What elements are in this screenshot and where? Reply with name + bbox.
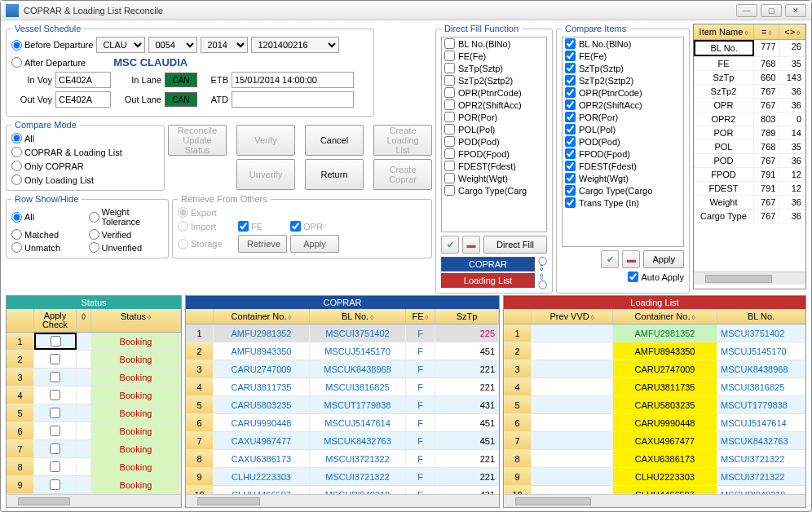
item-row[interactable]: SzTp660143 [694, 71, 805, 85]
loading-row[interactable]: 5CARU5803235MSCUT1779838 [504, 396, 805, 414]
direct-fill-item[interactable]: OPR2(ShiftAcc) [442, 99, 546, 111]
loading-row[interactable]: 6CARU9990448MSCUJ5147614 [504, 414, 805, 432]
compare-item[interactable]: OPR2(ShiftAcc) [563, 99, 683, 111]
apply-check-header[interactable]: Apply Check [34, 309, 77, 332]
loading-row[interactable]: 3CARU2747009MSCUK8438968 [504, 360, 805, 378]
compare-item[interactable]: OPR(PtnrCode) [563, 86, 683, 99]
direct-fill-item[interactable]: POR(Por) [442, 111, 546, 123]
retrieve-opr[interactable]: OPR [290, 221, 339, 232]
loading-down-icon[interactable]: ◯ [538, 280, 547, 288]
coprar-row[interactable]: 9CLHU2223303MSCUI3721322F221 [186, 468, 499, 486]
before-departure-radio[interactable]: Before Departure [11, 40, 93, 51]
rs-verified[interactable]: Verified [89, 229, 164, 240]
compare-item[interactable]: POR(Por) [563, 111, 683, 123]
status-row[interactable]: 9Booking [7, 476, 181, 494]
status-row[interactable]: 6Booking [7, 422, 181, 440]
ci-uncheck-all-icon[interactable]: ▬ [622, 250, 640, 268]
coprar-tab[interactable]: COPRAR [441, 257, 535, 271]
item-row[interactable]: Weight76736 [694, 196, 805, 210]
coprar-row[interactable]: 4CARU3811735MSCUI3816825F221 [186, 378, 499, 396]
long-select[interactable]: 1201400216 [251, 37, 339, 53]
compare-both-radio[interactable]: COPRAR & Loading List [11, 147, 159, 157]
etb-input[interactable] [232, 72, 354, 88]
compare-only-coprar-radio[interactable]: Only COPRAR [11, 161, 159, 171]
compare-item[interactable]: POL(Pol) [563, 123, 683, 135]
retrieve-apply-button[interactable]: Apply [290, 235, 339, 253]
compare-item[interactable]: FPOD(Fpod) [563, 148, 683, 160]
status-row[interactable]: 8Booking [7, 458, 181, 476]
rs-unverified[interactable]: Unverified [89, 242, 164, 253]
year-select[interactable]: 2014 [201, 37, 248, 53]
item-row[interactable]: FE76835 [694, 57, 805, 71]
coprar-down-icon[interactable]: ⇩ [538, 264, 547, 271]
status-row[interactable]: 4Booking [7, 386, 181, 404]
coprar-row[interactable]: 2AMFU8943350MSCUJ5145170F451 [186, 342, 499, 360]
item-row[interactable]: POR78914 [694, 126, 805, 140]
compare-item[interactable]: BL No.(BlNo) [563, 38, 683, 50]
loading-row[interactable]: 1AMFU2981352MSCUI3751402 [504, 324, 805, 342]
coprar-row[interactable]: 7CAXU4967477MSCUK8432763F451 [186, 432, 499, 450]
direct-fill-button[interactable]: Direct Fill [483, 236, 547, 254]
direct-fill-item[interactable]: Cargo Type(Carg [442, 184, 546, 196]
ci-check-all-icon[interactable]: ✔ [601, 250, 619, 268]
compare-item[interactable]: Cargo Type(Cargo [563, 184, 683, 196]
retrieve-fe[interactable]: FE [238, 221, 287, 232]
compare-item[interactable]: SzTp(Sztp) [563, 62, 683, 74]
coprar-row[interactable]: 10CLHU4466597MSCUPI040218F431 [186, 486, 499, 494]
rs-all[interactable]: All [11, 207, 86, 227]
item-name-grid[interactable]: Item Name◊ =◊ <>◊ BL No.77726FE76835SzTp… [693, 24, 806, 289]
verify-button[interactable]: Verify [236, 125, 295, 156]
status-row[interactable]: 2Booking [7, 351, 181, 369]
item-row[interactable]: POL76835 [694, 140, 805, 154]
loading-row[interactable]: 9CLHU2223303MSCUI3721322 [504, 468, 805, 486]
direct-fill-item[interactable]: SzTp(Sztp) [442, 62, 546, 74]
direct-fill-item[interactable]: SzTp2(Sztp2) [442, 74, 546, 86]
rs-matched[interactable]: Matched [11, 229, 86, 240]
item-row[interactable]: OPR28030 [694, 113, 805, 126]
direct-fill-item[interactable]: OPR(PtnrCode) [442, 86, 546, 99]
compare-item[interactable]: POD(Pod) [563, 135, 683, 148]
return-button[interactable]: Return [305, 159, 364, 190]
status-row[interactable]: 5Booking [7, 404, 181, 422]
loading-row[interactable]: 10CLHU4466597MSCUPI040218 [504, 486, 805, 494]
item-row[interactable]: Cargo Type76736 [694, 210, 805, 223]
minimize-button[interactable]: — [736, 4, 757, 17]
compare-item[interactable]: Trans Type (In) [563, 196, 683, 209]
direct-fill-item[interactable]: FE(Fe) [442, 50, 546, 62]
cancel-button[interactable]: Cancel [305, 125, 364, 156]
rs-unmatch[interactable]: Unmatch [11, 242, 86, 253]
compare-items-list[interactable]: BL No.(BlNo)FE(Fe)SzTp(Sztp)SzTp2(Sztp2)… [562, 37, 684, 247]
coprar-row[interactable]: 8CAXU6386173MSCUI3721322F221 [186, 450, 499, 468]
close-button[interactable]: ✕ [785, 4, 806, 17]
auto-apply-check[interactable]: Auto Apply [562, 271, 684, 282]
clau-select[interactable]: CLAU [96, 37, 145, 53]
compare-item[interactable]: FE(Fe) [563, 50, 683, 62]
loading-tab[interactable]: Loading List [441, 273, 535, 288]
retrieve-button[interactable]: Retrieve [238, 235, 287, 253]
item-row[interactable]: FDEST79112 [694, 182, 805, 196]
df-uncheck-all-icon[interactable]: ▬ [462, 236, 480, 254]
coprar-row[interactable]: 6CARU9990448MSCUJ5147614F451 [186, 414, 499, 432]
compare-item[interactable]: Weight(Wgt) [563, 172, 683, 184]
compare-item[interactable]: FDEST(Fdest) [563, 160, 683, 172]
direct-fill-item[interactable]: BL No.(BlNo) [442, 38, 546, 50]
compare-item[interactable]: SzTp2(Sztp2) [563, 74, 683, 86]
create-coprar-button[interactable]: Create Coprar [373, 159, 432, 190]
item-row[interactable]: POD76736 [694, 154, 805, 168]
create-loadinglist-button[interactable]: Create Loading List [373, 125, 432, 156]
item-row[interactable]: SzTp276736 [694, 85, 805, 99]
direct-fill-item[interactable]: FDEST(Fdest) [442, 160, 546, 172]
compare-all-radio[interactable]: All [11, 133, 159, 143]
direct-fill-item[interactable]: FPOD(Fpod) [442, 148, 546, 160]
coprar-row[interactable]: 3CARU2747009MSCUK8438968F221 [186, 360, 499, 378]
item-row[interactable]: OPR76736 [694, 99, 805, 113]
after-departure-radio[interactable]: After Departure [11, 57, 86, 68]
coprar-row[interactable]: 5CARU5803235MSCUT1779838F431 [186, 396, 499, 414]
direct-fill-item[interactable]: POL(Pol) [442, 123, 546, 135]
loading-row[interactable]: 2AMFU8943350MSCUJ5145170 [504, 342, 805, 360]
atd-input[interactable] [232, 91, 354, 108]
unverify-button[interactable]: Unverify [236, 159, 295, 190]
status-row[interactable]: 1Booking [7, 333, 181, 351]
direct-fill-list[interactable]: BL No.(BlNo)FE(Fe)SzTp(Sztp)SzTp2(Sztp2)… [441, 37, 547, 232]
outvoy-input[interactable] [55, 91, 111, 108]
